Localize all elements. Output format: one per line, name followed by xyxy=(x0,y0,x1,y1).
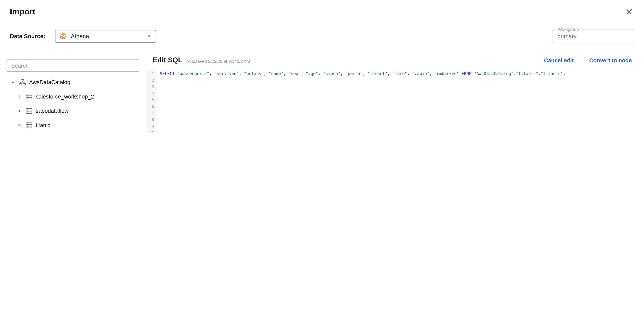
schema-tree: AwsDataCatalogsalesforce_workshop_2sapod… xyxy=(6,75,139,132)
sql-token: "cabin" xyxy=(412,71,430,76)
line-number: 7 xyxy=(146,110,157,116)
page-title: Import xyxy=(10,7,36,16)
editor-title: Edit SQL xyxy=(153,56,182,64)
chevron-right-icon[interactable] xyxy=(16,109,22,113)
sql-token: "name" xyxy=(269,71,284,76)
sql-token: ; xyxy=(563,71,566,76)
sql-token: "ticket" xyxy=(368,71,388,76)
tree-item-salesforce_workshop_2[interactable]: salesforce_workshop_2 xyxy=(6,89,139,104)
workspace: AwsDataCatalogsalesforce_workshop_2sapod… xyxy=(0,49,644,132)
schema-sidebar: AwsDataCatalogsalesforce_workshop_2sapod… xyxy=(0,49,146,132)
catalog-icon xyxy=(19,79,26,86)
sql-token: , xyxy=(239,71,244,76)
editor-actions: Cancel edit Convert to node xyxy=(544,57,632,63)
datasource-selected-value: Athena xyxy=(71,33,89,39)
sql-token xyxy=(459,71,462,76)
sql-editor-pane: Edit SQL Autosaved 3/23/23 at 9:14:52 AM… xyxy=(146,49,644,132)
sql-token: . xyxy=(514,71,516,76)
chevron-down-icon[interactable] xyxy=(16,123,22,128)
sql-token: , xyxy=(301,71,306,76)
dialog-header: Import xyxy=(0,0,644,23)
tree-item-label: AwsDataCatalog xyxy=(29,79,70,85)
workgroup-field[interactable]: Workgroup primary xyxy=(552,29,634,43)
database-icon xyxy=(26,93,32,100)
sql-token: "age" xyxy=(306,71,318,76)
sql-token: "fare" xyxy=(392,71,407,76)
datasource-label: Data Source: xyxy=(10,33,45,39)
sql-token: , xyxy=(318,71,323,76)
tree-item-label: titanic xyxy=(36,122,50,129)
editor-gutter: 12345678910111213141516 xyxy=(146,69,157,132)
tree-item-sapodataflow[interactable]: sapodataflow xyxy=(6,104,139,118)
autosaved-status: Autosaved 3/23/23 at 9:14:52 AM xyxy=(186,59,250,63)
chevron-down-icon xyxy=(147,34,152,38)
chevron-right-icon[interactable] xyxy=(16,94,22,99)
close-icon xyxy=(626,8,632,15)
sql-token: "parch" xyxy=(345,71,362,76)
athena-icon xyxy=(60,32,67,40)
database-icon xyxy=(26,107,32,114)
sql-token: "sex" xyxy=(288,71,301,76)
convert-to-node-link[interactable]: Convert to node xyxy=(589,57,632,63)
tree-item-label: salesforce_workshop_2 xyxy=(36,94,94,100)
sql-token: , xyxy=(284,71,288,76)
datasource-dropdown[interactable]: Athena xyxy=(55,30,156,42)
editor-header: Edit SQL Autosaved 3/23/23 at 9:14:52 AM… xyxy=(146,49,644,69)
sql-token: "titanic" xyxy=(516,71,538,76)
sql-token: , xyxy=(264,71,268,76)
line-number: 6 xyxy=(146,103,157,110)
datasource-row: Data Source: Athena Workgroup primary xyxy=(0,23,644,49)
sql-token: , xyxy=(388,71,392,76)
tree-item-label: sapodataflow xyxy=(36,108,68,114)
sql-token: "pclass" xyxy=(244,71,264,76)
sql-token xyxy=(472,71,474,76)
sql-token xyxy=(175,71,177,76)
sql-editor[interactable]: SELECT "passengerid", "survived", "pclas… xyxy=(157,69,644,132)
sql-token: , xyxy=(362,71,368,76)
line-number: 3 xyxy=(146,84,157,90)
line-number: 8 xyxy=(146,116,157,123)
sql-token: "survived" xyxy=(214,71,239,76)
sql-token: "passengerid" xyxy=(177,71,209,76)
sql-token: . xyxy=(538,71,541,76)
sql-token: "titanic" xyxy=(541,71,563,76)
cancel-edit-link[interactable]: Cancel edit xyxy=(544,57,574,63)
workgroup-value: primary xyxy=(558,33,576,39)
close-button[interactable] xyxy=(624,6,634,16)
sql-token: "sibsp" xyxy=(323,71,340,76)
search-input[interactable] xyxy=(6,59,139,72)
sql-token: , xyxy=(407,71,412,76)
sql-token: SELECT xyxy=(160,71,174,76)
editor-body: 12345678910111213141516 SELECT "passenge… xyxy=(146,69,644,132)
line-number: 5 xyxy=(146,97,157,103)
tree-item-awsdatacatalog[interactable]: AwsDataCatalog xyxy=(6,75,139,89)
sql-line: SELECT "passengerid", "survived", "pclas… xyxy=(160,71,644,77)
line-number: 9 xyxy=(146,123,157,130)
workgroup-label: Workgroup xyxy=(556,27,580,31)
import-dialog: Import Data Source: Athena xyxy=(0,0,644,132)
sql-token: , xyxy=(430,71,434,76)
sql-token: "embarked" xyxy=(434,71,459,76)
line-number: 1 xyxy=(146,71,157,77)
sql-token: , xyxy=(340,71,345,76)
line-number: 4 xyxy=(146,90,157,97)
sql-token: , xyxy=(209,71,214,76)
chevron-down-icon[interactable] xyxy=(10,80,16,84)
sql-token: FROM xyxy=(462,71,472,76)
line-number: 2 xyxy=(146,77,157,84)
tree-item-titanic[interactable]: titanic xyxy=(6,118,139,132)
database-icon xyxy=(26,122,32,129)
sql-token: "AwsDataCatalog" xyxy=(474,71,514,76)
line-number: 10 xyxy=(146,130,157,132)
